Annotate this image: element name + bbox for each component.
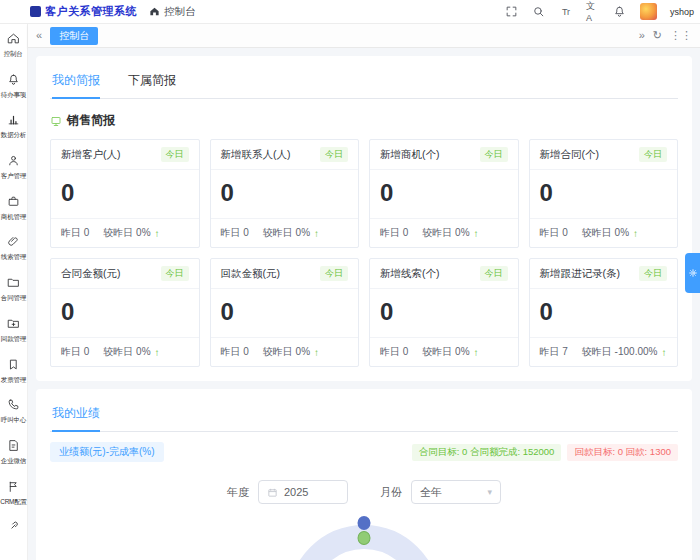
bookmark-icon [7,357,20,375]
sidebar-item-receivables[interactable]: 回款管理 [0,316,28,357]
briefcase-icon [7,194,20,212]
tab-console[interactable]: 控制台 [50,27,98,45]
up-arrow-icon: ↑ [474,347,479,358]
today-badge: 今日 [320,147,348,162]
breadcrumb[interactable]: 控制台 [149,5,196,19]
tab-options-icon[interactable]: ⋮⋮ [670,30,692,41]
main-content: 我的简报 下属简报 销售简报 新增客户(人)今日 0 昨日 0较昨日 0%↑ 新… [28,48,700,560]
today-badge: 今日 [639,147,667,162]
performance-tabs: 我的业绩 [50,399,678,432]
breadcrumb-label: 控制台 [164,5,196,19]
year-picker[interactable]: 2025 [258,480,348,504]
up-arrow-icon: ↑ [474,228,479,239]
up-arrow-icon: ↑ [155,347,160,358]
stat-card-new-opportunities[interactable]: 新增商机(个)今日 0 昨日 0较昨日 0%↑ [369,139,519,248]
card-title: 回款金额(元) [221,267,281,281]
settings-drawer-button[interactable] [685,253,700,293]
card-yesterday: 昨日 0 [380,226,408,240]
stat-card-contract-amount[interactable]: 合同金额(元)今日 0 昨日 0较昨日 0%↑ [50,258,200,367]
bell-icon [7,72,20,90]
monitor-icon [50,115,62,127]
card-value: 0 [51,170,199,218]
expand-tabs-icon[interactable]: » [639,30,645,41]
search-icon[interactable] [532,5,546,19]
stat-card-new-leads[interactable]: 新增线索(个)今日 0 昨日 0较昨日 0%↑ [369,258,519,367]
sidebar-item-contract[interactable]: 合同管理 [0,275,28,316]
sidebar-item-analysis[interactable]: 数据分析 [0,112,28,153]
top-header: 客户关系管理系统 控制台 Tr 文A yshop [0,0,700,24]
card-value: 0 [370,289,518,337]
sidebar-item-crm-config[interactable]: CRM配置 [0,479,28,520]
refresh-icon[interactable]: ↻ [653,30,662,41]
today-badge: 今日 [480,147,508,162]
sales-briefing-title: 销售简报 [50,112,678,129]
document-icon [7,438,20,456]
fullscreen-icon[interactable] [505,5,519,19]
collapse-sidebar-icon[interactable]: « [36,30,42,41]
tab-my-briefing[interactable]: 我的简报 [52,72,100,98]
link-icon [7,519,20,537]
sidebar-item-leads[interactable]: 线索管理 [0,234,28,275]
card-title: 新增客户(人) [61,148,121,162]
card-title: 新增合同(个) [540,148,600,162]
card-change: 较昨日 0% [263,226,310,240]
gear-icon [688,268,698,278]
today-badge: 今日 [161,147,189,162]
card-change: 较昨日 0% [422,226,469,240]
stat-card-new-contacts[interactable]: 新增联系人(人)今日 0 昨日 0较昨日 0%↑ [210,139,360,248]
sidebar-item-wechat[interactable]: 企业微信 [0,438,28,479]
receivable-target-chip: 回款目标: 0 回款: 1300 [567,444,678,461]
user-icon [7,153,20,171]
card-change: 较昨日 0% [422,345,469,359]
bell-icon[interactable] [613,5,627,19]
language-icon[interactable]: 文A [586,5,600,19]
briefing-panel: 我的简报 下属简报 销售简报 新增客户(人)今日 0 昨日 0较昨日 0%↑ 新… [36,56,692,381]
tab-subordinate-briefing[interactable]: 下属简报 [128,72,176,98]
tab-my-performance[interactable]: 我的业绩 [52,405,100,431]
sidebar-item-console[interactable]: 控制台 [0,31,28,72]
up-arrow-icon: ↑ [633,228,638,239]
logo-mark-icon [30,6,41,17]
sidebar-item-invoice[interactable]: 发票管理 [0,357,28,398]
card-title: 合同金额(元) [61,267,121,281]
sidebar-item-todo[interactable]: 待办事项 [0,72,28,113]
stat-card-receivable-amount[interactable]: 回款金额(元)今日 0 昨日 0较昨日 0%↑ [210,258,360,367]
card-title: 新增线索(个) [380,267,440,281]
sidebar-item-business[interactable]: 商机管理 [0,194,28,235]
card-change: 较昨日 -100.00% [582,345,658,359]
card-change: 较昨日 0% [263,345,310,359]
today-badge: 今日 [320,266,348,281]
today-badge: 今日 [161,266,189,281]
stat-card-new-followups[interactable]: 新增跟进记录(条)今日 0 昨日 7较昨日 -100.00%↑ [529,258,679,367]
metric-chip[interactable]: 业绩额(元)-完成率(%) [50,442,164,462]
sidebar-item-callcenter[interactable]: 呼叫中心 [0,397,28,438]
sidebar: 控制台 待办事项 数据分析 客户管理 商机管理 线索管理 合同管理 回款管理 [0,24,28,560]
card-change: 较昨日 0% [103,345,150,359]
card-title: 新增商机(个) [380,148,440,162]
stat-card-new-contracts[interactable]: 新增合同(个)今日 0 昨日 0较昨日 0%↑ [529,139,679,248]
sidebar-item-customer[interactable]: 客户管理 [0,153,28,194]
card-yesterday: 昨日 0 [221,226,249,240]
month-select[interactable]: 全年 ▾ [411,480,501,504]
bar-chart-icon [7,112,20,130]
username[interactable]: yshop [670,7,694,17]
home-icon [7,31,20,49]
translate-icon[interactable]: Tr [559,5,573,19]
app-logo[interactable]: 客户关系管理系统 [30,4,137,19]
stat-card-new-customers[interactable]: 新增客户(人)今日 0 昨日 0较昨日 0%↑ [50,139,200,248]
card-value: 0 [211,170,359,218]
performance-panel: 我的业绩 业绩额(元)-完成率(%) 合同目标: 0 合同额完成: 152000… [36,389,692,560]
sidebar-item-partial[interactable] [0,519,28,560]
card-yesterday: 昨日 0 [540,226,568,240]
up-arrow-icon: ↑ [155,228,160,239]
card-yesterday: 昨日 7 [540,345,568,359]
up-arrow-icon: ↑ [661,347,666,358]
avatar[interactable] [640,3,657,20]
card-value: 0 [211,289,359,337]
today-badge: 今日 [639,266,667,281]
year-value: 2025 [284,486,308,498]
card-change: 较昨日 0% [582,226,629,240]
card-change: 较昨日 0% [103,226,150,240]
filter-row: 年度 2025 月份 全年 ▾ [50,480,678,504]
home-icon [149,6,160,17]
